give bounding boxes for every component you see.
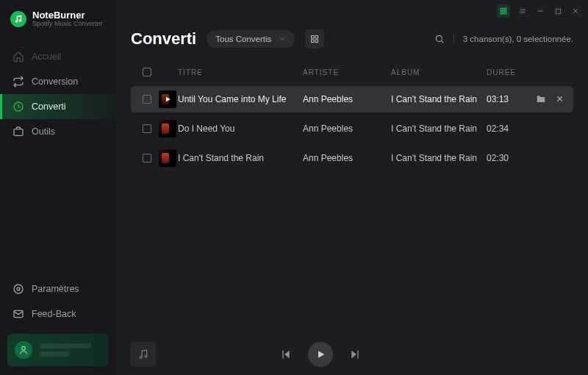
svg-marker-25 — [166, 97, 171, 102]
track-album: I Can't Stand the Rain — [391, 94, 487, 104]
row-checkbox[interactable] — [143, 124, 151, 133]
conversion-icon — [12, 76, 24, 88]
chevron-down-icon — [279, 35, 286, 43]
svg-rect-10 — [501, 12, 503, 14]
svg-rect-21 — [312, 40, 315, 43]
select-all-checkbox[interactable] — [143, 68, 151, 76]
feedback-icon — [12, 308, 24, 320]
converted-icon — [12, 101, 24, 113]
settings-icon — [12, 283, 24, 295]
main-nav: AccueilConversionConvertiOutils — [0, 44, 115, 144]
brand-icon — [10, 11, 26, 27]
track-title: Until You Came into My Life — [178, 94, 303, 104]
svg-point-29 — [145, 355, 147, 357]
minimize-button[interactable] — [535, 6, 545, 16]
folder-icon[interactable] — [536, 94, 546, 104]
svg-rect-22 — [315, 40, 318, 43]
menu-icon[interactable] — [517, 6, 528, 16]
divider — [453, 34, 454, 44]
bottom-nav: ParamètresFeed-Back — [0, 276, 115, 326]
svg-rect-11 — [504, 12, 506, 14]
play-icon[interactable] — [159, 90, 176, 108]
svg-rect-9 — [504, 8, 506, 10]
tools-icon — [12, 126, 24, 138]
sidebar-item-accueil[interactable]: Accueil — [0, 44, 115, 69]
table-header: TITRE ARTISTE ALBUM DURÉE — [131, 62, 573, 83]
sidebar-item-label: Converti — [32, 101, 66, 112]
track-title: I Can't Stand the Rain — [178, 153, 303, 163]
svg-point-7 — [22, 346, 26, 350]
svg-line-24 — [441, 41, 443, 43]
maximize-button[interactable] — [553, 6, 563, 16]
col-album: ALBUM — [391, 68, 487, 76]
svg-point-5 — [14, 285, 23, 293]
previous-button[interactable] — [280, 349, 292, 360]
svg-rect-20 — [315, 36, 318, 39]
track-artist: Ann Peebles — [303, 94, 391, 104]
brand-subtitle: Spotify Music Converter — [32, 21, 103, 28]
track-artwork — [159, 120, 176, 138]
svg-marker-30 — [284, 351, 290, 359]
track-duration: 02:30 — [487, 153, 531, 163]
sidebar-item-outils[interactable]: Outils — [0, 119, 115, 144]
sidebar-item-conversion[interactable]: Conversion — [0, 69, 115, 94]
titlebar — [116, 0, 588, 22]
home-icon — [12, 51, 24, 63]
status-text: 3 chanson(s), 0 selectionnée. — [463, 35, 573, 43]
track-album: I Can't Stand the Rain — [391, 124, 487, 134]
svg-rect-31 — [282, 351, 283, 359]
sidebar-item-param-tres[interactable]: Paramètres — [0, 276, 115, 301]
svg-marker-32 — [318, 351, 324, 357]
col-duration: DURÉE — [487, 68, 531, 76]
svg-rect-16 — [556, 9, 560, 13]
brand-title: NoteBurner — [32, 10, 103, 21]
track-artwork — [159, 149, 176, 167]
svg-point-1 — [20, 20, 21, 21]
filter-dropdown-label: Tous Convertis — [215, 35, 271, 43]
svg-point-28 — [140, 357, 142, 359]
remove-icon[interactable] — [555, 94, 564, 104]
track-title: Do I Need You — [178, 124, 303, 134]
user-avatar-icon — [15, 341, 32, 359]
svg-rect-3 — [14, 129, 23, 136]
sidebar-item-label: Conversion — [32, 76, 78, 87]
col-artist: ARTISTE — [303, 68, 391, 76]
row-checkbox[interactable] — [143, 95, 151, 104]
sidebar-item-label: Feed-Back — [32, 309, 76, 319]
filter-dropdown[interactable]: Tous Convertis — [207, 30, 295, 48]
layout-grid-button[interactable] — [497, 4, 510, 18]
track-artist: Ann Peebles — [303, 153, 391, 163]
search-button[interactable] — [434, 34, 445, 44]
play-button[interactable] — [308, 342, 333, 367]
sidebar-item-label: Outils — [32, 126, 55, 137]
table-row[interactable]: I Can't Stand the RainAnn PeeblesI Can't… — [131, 145, 573, 171]
table-row[interactable]: Until You Came into My LifeAnn PeeblesI … — [131, 86, 573, 113]
col-title: TITRE — [178, 68, 303, 76]
next-button[interactable] — [349, 349, 361, 360]
row-checkbox[interactable] — [143, 154, 151, 162]
track-duration: 03:13 — [487, 94, 531, 104]
track-album: I Can't Stand the Rain — [391, 153, 487, 163]
close-button[interactable] — [570, 6, 581, 16]
view-grid-button[interactable] — [305, 29, 324, 49]
svg-point-4 — [17, 288, 20, 290]
sidebar: NoteBurner Spotify Music Converter Accue… — [0, 0, 116, 375]
player-artwork[interactable] — [131, 342, 156, 367]
svg-rect-34 — [357, 351, 358, 359]
sidebar-item-label: Accueil — [32, 51, 61, 62]
tracks-table: TITRE ARTISTE ALBUM DURÉE Until You Came… — [116, 62, 588, 334]
svg-marker-33 — [351, 351, 356, 359]
track-artist: Ann Peebles — [303, 124, 391, 134]
user-info-placeholder — [40, 343, 101, 357]
sidebar-item-converti[interactable]: Converti — [0, 94, 115, 119]
sidebar-item-label: Paramètres — [32, 284, 79, 294]
main: Converti Tous Convertis 3 chanson(s), 0 … — [116, 0, 588, 375]
user-card[interactable] — [7, 334, 108, 366]
table-row[interactable]: Do I Need YouAnn PeeblesI Can't Stand th… — [131, 115, 573, 142]
svg-rect-8 — [501, 8, 503, 10]
svg-point-0 — [16, 21, 18, 22]
page-header: Converti Tous Convertis 3 chanson(s), 0 … — [116, 22, 588, 62]
track-duration: 02:34 — [487, 124, 531, 134]
svg-point-23 — [436, 35, 442, 41]
sidebar-item-feed-back[interactable]: Feed-Back — [0, 301, 115, 326]
